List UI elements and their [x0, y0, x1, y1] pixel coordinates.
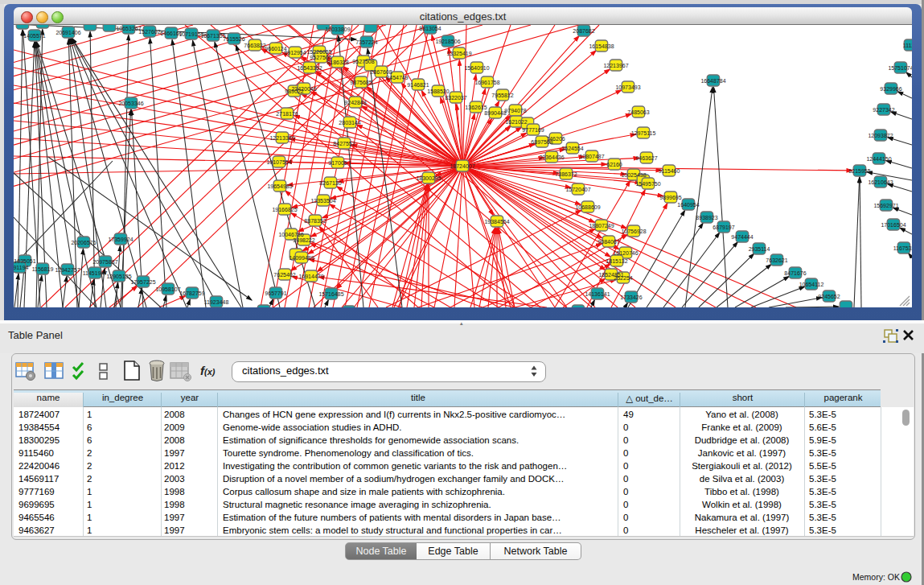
- svg-text:12213967: 12213967: [603, 63, 628, 68]
- svg-text:62160: 62160: [606, 162, 622, 167]
- svg-text:18300295: 18300295: [416, 175, 441, 181]
- svg-text:9242848: 9242848: [344, 100, 366, 105]
- svg-text:12093872: 12093872: [868, 133, 893, 138]
- svg-text:11923448: 11923448: [204, 299, 229, 305]
- svg-text:7955812: 7955812: [491, 93, 513, 98]
- svg-text:10756928: 10756928: [621, 229, 646, 234]
- svg-text:16120746: 16120746: [613, 250, 638, 256]
- svg-text:19218506: 19218506: [435, 39, 460, 44]
- svg-text:7663822: 7663822: [244, 43, 265, 48]
- svg-text:16914479: 16914479: [298, 274, 323, 279]
- svg-text:16648784: 16648784: [700, 78, 725, 84]
- svg-text:2718176: 2718176: [276, 111, 298, 117]
- svg-text:9227342: 9227342: [873, 107, 894, 113]
- svg-text:8878352: 8878352: [304, 218, 326, 224]
- svg-text:11451947: 11451947: [83, 270, 108, 276]
- svg-text:7357224: 7357224: [355, 39, 377, 45]
- svg-text:20206576: 20206576: [71, 240, 96, 245]
- svg-text:252254: 252254: [614, 275, 632, 281]
- svg-text:1733426: 1733426: [620, 295, 642, 300]
- svg-text:391194: 391194: [14, 265, 29, 270]
- svg-text:15495750: 15495750: [635, 181, 660, 187]
- svg-text:23420046: 23420046: [291, 86, 316, 92]
- svg-text:8938923: 8938923: [696, 215, 717, 220]
- svg-text:20053346: 20053346: [118, 101, 143, 106]
- svg-text:2803144: 2803144: [339, 120, 360, 126]
- svg-text:2867608: 2867608: [370, 69, 392, 75]
- svg-text:1588520: 1588520: [427, 89, 449, 94]
- svg-text:8454749: 8454749: [386, 75, 408, 80]
- svg-text:8471676: 8471676: [784, 270, 806, 276]
- svg-text:9777169: 9777169: [522, 127, 544, 133]
- svg-text:12942757: 12942757: [55, 267, 80, 273]
- svg-text:1835051: 1835051: [14, 258, 35, 264]
- svg-text:13325419: 13325419: [446, 51, 471, 56]
- svg-text:7515526: 7515526: [223, 36, 244, 42]
- svg-text:19654985: 19654985: [267, 183, 292, 189]
- svg-text:746206: 746206: [546, 136, 565, 142]
- svg-text:12905135: 12905135: [106, 274, 131, 279]
- svg-text:9245652: 9245652: [818, 294, 840, 299]
- svg-text:17016504: 17016504: [881, 222, 906, 228]
- svg-text:917005: 917005: [328, 160, 347, 166]
- svg-text:9463627: 9463627: [635, 155, 657, 161]
- svg-text:15751074: 15751074: [888, 65, 912, 71]
- svg-text:19166825: 19166825: [272, 207, 297, 212]
- svg-text:20691406: 20691406: [55, 30, 80, 35]
- svg-text:10654112: 10654112: [799, 282, 824, 287]
- svg-text:1815132: 1815132: [606, 258, 627, 264]
- svg-text:8186328: 8186328: [326, 60, 348, 65]
- svg-text:3498222: 3498222: [293, 237, 314, 243]
- svg-text:15640910: 15640910: [464, 65, 489, 71]
- svg-text:11124: 11124: [903, 43, 912, 48]
- svg-text:20364436: 20364436: [539, 154, 564, 160]
- svg-text:9657791: 9657791: [265, 290, 286, 296]
- svg-text:10688609: 10688609: [575, 204, 600, 210]
- svg-text:10958107: 10958107: [155, 286, 180, 292]
- svg-text:8990448: 8990448: [484, 110, 506, 116]
- svg-text:13353504: 13353504: [310, 198, 335, 204]
- svg-text:10025438: 10025438: [621, 172, 646, 178]
- svg-text:14136141: 14136141: [585, 291, 610, 297]
- svg-text:17359924: 17359924: [108, 237, 133, 242]
- svg-text:2935114: 2935114: [749, 246, 770, 252]
- svg-text:10107554: 10107554: [266, 159, 291, 165]
- svg-text:8427552: 8427552: [333, 141, 355, 146]
- svg-text:1362615: 1362615: [465, 105, 487, 110]
- svg-text:17957225: 17957225: [130, 279, 155, 285]
- svg-text:19384554: 19384554: [484, 219, 509, 225]
- svg-text:7625402: 7625402: [273, 272, 295, 278]
- svg-text:1621022: 1621022: [505, 119, 527, 125]
- svg-text:10807487: 10807487: [579, 154, 604, 159]
- svg-text:1527602: 1527602: [138, 29, 160, 35]
- svg-text:2087682: 2087682: [573, 28, 594, 34]
- svg-text:8813054: 8813054: [419, 26, 441, 31]
- svg-text:12213389: 12213389: [269, 135, 294, 141]
- svg-text:15720407: 15720407: [565, 187, 590, 192]
- svg-text:16961758: 16961758: [474, 80, 499, 85]
- svg-text:9084067: 9084067: [598, 239, 619, 245]
- svg-text:9527508: 9527508: [352, 59, 374, 64]
- svg-text:8267130: 8267130: [319, 180, 341, 186]
- svg-text:16782759: 16782759: [179, 290, 204, 296]
- svg-text:15226055: 15226055: [306, 49, 331, 55]
- svg-text:7386372: 7386372: [555, 171, 577, 177]
- svg-text:9474444: 9474444: [731, 234, 753, 240]
- svg-text:7632621: 7632621: [766, 257, 787, 263]
- svg-text:1167533: 1167533: [893, 245, 912, 251]
- svg-text:18807249: 18807249: [589, 223, 614, 229]
- svg-text:1640954: 1640954: [677, 202, 699, 208]
- svg-text:12975115: 12975115: [631, 130, 656, 136]
- svg-text:9899695: 9899695: [659, 195, 681, 200]
- svg-text:10046786: 10046786: [278, 232, 303, 237]
- svg-text:9794078: 9794078: [504, 108, 526, 113]
- svg-text:14099489: 14099489: [289, 255, 314, 261]
- svg-text:8912954: 8912954: [284, 50, 306, 56]
- svg-text:10973493: 10973493: [615, 84, 640, 90]
- svg-text:9329966: 9329966: [880, 86, 901, 92]
- svg-text:6879197: 6879197: [713, 225, 734, 230]
- svg-text:16543362: 16543362: [297, 65, 322, 71]
- svg-text:10653267: 10653267: [116, 26, 141, 31]
- svg-text:1405571: 1405571: [23, 33, 45, 39]
- svg-text:3624554: 3624554: [561, 146, 583, 151]
